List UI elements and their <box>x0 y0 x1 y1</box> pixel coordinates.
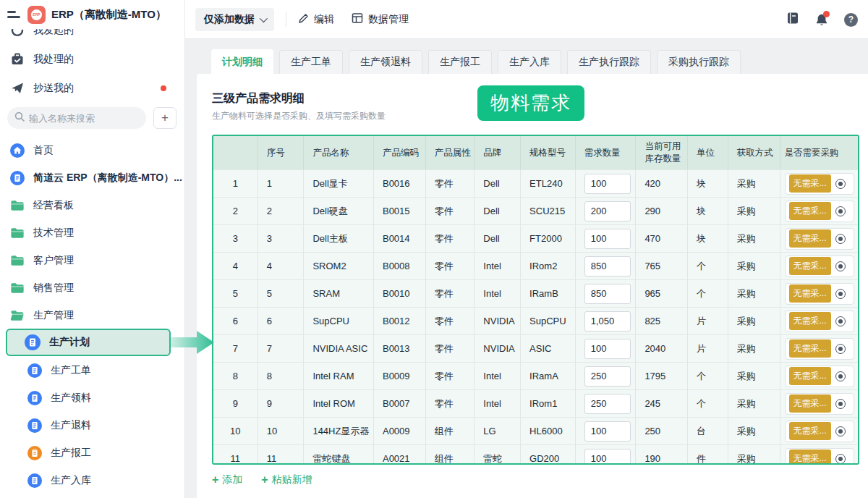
no-purchase-button[interactable]: 无需采... <box>789 422 831 440</box>
sidebar-folder-production[interactable]: 生产管理 <box>0 303 185 329</box>
cell-method: 采购 <box>728 363 780 389</box>
tab-production-workorder[interactable]: 生产工单 <box>279 50 343 74</box>
sidebar-item-work-report[interactable]: 生产报工 <box>0 440 185 466</box>
demand-qty-input[interactable] <box>584 394 631 414</box>
cell-brand: NVIDIA <box>475 308 521 334</box>
tab-material-pick-return[interactable]: 生产领退料 <box>349 50 422 74</box>
demand-qty-input[interactable] <box>584 339 631 359</box>
search-input[interactable] <box>29 113 137 124</box>
address-book-icon[interactable] <box>786 12 799 28</box>
topbar: 仅添加数据 编辑 数据管理 <box>185 0 868 39</box>
no-purchase-button[interactable]: 无需采... <box>789 284 831 303</box>
section-subtitle: 生产物料可选择是否采购、及填写需采购数量 <box>212 110 386 122</box>
table-row: 44SROM2B0008零件IntelIRom2765个采购无需采... <box>213 252 858 279</box>
demand-qty-input[interactable] <box>584 174 631 194</box>
sidebar-folder-dashboard[interactable]: 经营看板 <box>0 193 185 219</box>
cell-brand: 雷蛇 <box>475 445 521 465</box>
sidebar-item-material-pick[interactable]: 生产领料 <box>0 385 185 411</box>
cell-stock: 2040 <box>636 335 688 362</box>
no-purchase-button[interactable]: 无需采... <box>789 174 831 193</box>
tab-purchase-tracking[interactable]: 采购执行跟踪 <box>657 50 741 74</box>
sidebar-item-app-entry[interactable]: 简道云 ERP（离散制造-MTO）... <box>0 165 185 191</box>
sidebar-item-warehouse-in[interactable]: 生产入库 <box>0 468 185 494</box>
demand-qty-input[interactable] <box>584 449 631 465</box>
cell-stock: 1795 <box>636 363 688 389</box>
cell-spec: ASIC <box>521 335 576 362</box>
tab-plan-detail[interactable]: 计划明细 <box>211 49 273 74</box>
radio-target-icon[interactable] <box>835 289 846 299</box>
cell-purchase: 无需采... <box>780 335 858 362</box>
cell-purchase: 无需采... <box>780 363 858 389</box>
radio-target-icon[interactable] <box>835 454 846 464</box>
no-purchase-button[interactable]: 无需采... <box>789 257 831 275</box>
sidebar-item-home[interactable]: 首页 <box>0 138 185 164</box>
sidebar-item-production-plan[interactable]: 生产计划 <box>6 329 171 356</box>
tab-warehouse-in[interactable]: 生产入库 <box>498 50 561 74</box>
row-index: 7 <box>213 335 258 362</box>
data-manage-button[interactable]: 数据管理 <box>352 12 409 26</box>
demand-qty-input[interactable] <box>584 229 631 249</box>
cell-seq: 11 <box>258 445 305 465</box>
tab-production-tracking[interactable]: 生产执行跟踪 <box>567 50 651 74</box>
radio-target-icon[interactable] <box>835 426 846 436</box>
sidebar-folder-sales[interactable]: 销售管理 <box>0 275 185 301</box>
add-app-button[interactable]: + <box>153 107 176 129</box>
demand-qty-input[interactable] <box>584 311 631 332</box>
no-purchase-button[interactable]: 无需采... <box>789 229 831 248</box>
row-index: 4 <box>213 253 258 279</box>
radio-target-icon[interactable] <box>835 206 846 216</box>
cell-product-name: SROM2 <box>304 253 374 279</box>
cell-brand: LG <box>475 418 521 444</box>
no-purchase-button[interactable]: 无需采... <box>789 394 831 413</box>
tab-work-report[interactable]: 生产报工 <box>428 50 492 74</box>
purchase-choice-box: 无需采... <box>785 228 854 250</box>
radio-target-icon[interactable] <box>835 316 846 326</box>
edit-button[interactable]: 编辑 <box>298 13 334 26</box>
paste-add-button[interactable]: + 粘贴新增 <box>261 473 312 486</box>
demand-qty-input[interactable] <box>584 256 631 277</box>
no-purchase-button[interactable]: 无需采... <box>789 339 831 358</box>
sidebar: ERP ERP（离散制造-MTO） 我发起的 我处理的 抄送我的 <box>0 0 185 498</box>
cell-brand: Dell <box>475 225 521 252</box>
demand-qty-input[interactable] <box>584 366 631 387</box>
header-cell: 产品名称 <box>304 136 374 169</box>
radio-target-icon[interactable] <box>835 261 846 271</box>
no-purchase-button[interactable]: 无需采... <box>789 450 831 465</box>
add-data-mode-button[interactable]: 仅添加数据 <box>195 8 274 31</box>
sidebar-item-my-tasks[interactable]: 我处理的 <box>0 46 185 72</box>
purchase-choice-box: 无需采... <box>785 448 854 465</box>
sidebar-item-production-workorder[interactable]: 生产工单 <box>0 358 185 384</box>
app-logo-icon: ERP <box>27 6 46 24</box>
no-purchase-button[interactable]: 无需采... <box>789 312 831 330</box>
radio-target-icon[interactable] <box>835 179 846 189</box>
radio-target-icon[interactable] <box>835 344 846 354</box>
table-row: 99Intel ROMB0007零件IntelIRom1245个采购无需采... <box>213 389 858 417</box>
cell-product-code: B0013 <box>374 335 426 362</box>
help-icon[interactable]: ? <box>844 13 858 27</box>
cell-product-code: B0008 <box>374 253 426 279</box>
notifications-bell-icon[interactable] <box>815 13 828 27</box>
cell-purchase: 无需采... <box>780 225 858 252</box>
demand-qty-input[interactable] <box>584 421 631 442</box>
sidebar-folder-customer[interactable]: 客户管理 <box>0 248 185 274</box>
cell-demand-qty <box>576 445 637 465</box>
sidebar-folder-tech[interactable]: 技术管理 <box>0 220 185 246</box>
header-cell: 需求数量 <box>576 136 637 169</box>
radio-target-icon[interactable] <box>835 234 846 244</box>
demand-qty-input[interactable] <box>584 284 631 304</box>
sidebar-item-cc-to-me[interactable]: 抄送我的 <box>0 75 185 101</box>
cell-stock: 190 <box>636 445 688 465</box>
sidebar-item-material-return[interactable]: 生产退料 <box>0 413 185 439</box>
search-box[interactable] <box>7 107 146 129</box>
demand-qty-input[interactable] <box>584 201 631 221</box>
radio-target-icon[interactable] <box>835 399 846 409</box>
no-purchase-button[interactable]: 无需采... <box>789 367 831 385</box>
hamburger-menu-icon[interactable] <box>7 10 20 19</box>
cell-brand: Intel <box>475 363 521 389</box>
cell-method: 采购 <box>728 225 780 252</box>
cell-method: 采购 <box>728 170 780 197</box>
no-purchase-button[interactable]: 无需采... <box>789 202 831 220</box>
radio-target-icon[interactable] <box>835 371 846 381</box>
add-row-button[interactable]: + 添加 <box>212 473 242 486</box>
cell-demand-qty <box>576 418 637 444</box>
